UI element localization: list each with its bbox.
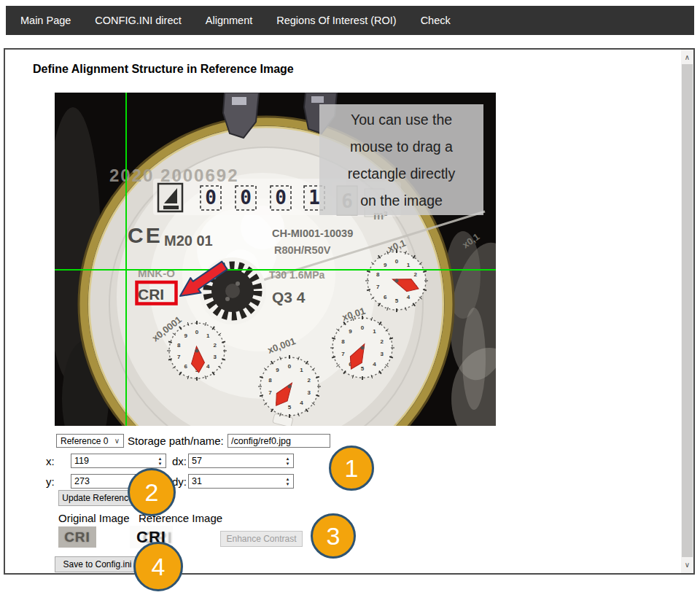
- svg-text:2: 2: [413, 271, 417, 278]
- scroll-down-button[interactable]: ∨: [681, 557, 693, 572]
- svg-text:3: 3: [214, 354, 217, 360]
- y-label: y:: [46, 475, 55, 488]
- storage-path-label: Storage path/name:: [128, 435, 224, 447]
- svg-text:1: 1: [373, 328, 376, 335]
- original-thumb-text: CRI: [64, 529, 90, 545]
- svg-text:0: 0: [361, 324, 365, 331]
- nav-check[interactable]: Check: [421, 15, 451, 26]
- reference-select[interactable]: Reference 0 ∨: [56, 434, 124, 448]
- spin-down-icon[interactable]: ▼: [286, 462, 290, 466]
- dx-label: dx:: [172, 455, 187, 467]
- nav-regions-of-interest[interactable]: Regions Of Interest (ROI): [276, 15, 396, 26]
- meter-approval: CH-MI001-10039: [272, 228, 353, 239]
- svg-text:8: 8: [177, 342, 181, 349]
- chevron-down-icon: ∨: [114, 437, 120, 445]
- callout-4-number: 4: [152, 553, 166, 581]
- enhance-contrast-button[interactable]: Enhance Contrast: [220, 531, 303, 547]
- vertical-scrollbar[interactable]: ∧ ∨: [681, 50, 693, 573]
- save-to-config-button[interactable]: Save to Config.ini: [55, 556, 140, 572]
- meter-serial: 2020 2000692: [109, 166, 239, 185]
- svg-text:3: 3: [307, 389, 311, 396]
- spin-up-icon[interactable]: ▲: [286, 456, 290, 461]
- reference-select-value: Reference 0: [61, 436, 108, 446]
- svg-text:1: 1: [407, 262, 411, 268]
- svg-text:2: 2: [380, 338, 384, 345]
- svg-text:5: 5: [288, 404, 292, 411]
- svg-text:5: 5: [361, 365, 365, 372]
- svg-text:3: 3: [380, 351, 384, 357]
- svg-text:6: 6: [384, 294, 387, 300]
- svg-text:7: 7: [177, 354, 181, 360]
- svg-text:2: 2: [307, 377, 311, 384]
- page-title: Define Alignment Structure in Reference …: [33, 63, 294, 76]
- svg-text:8: 8: [268, 377, 272, 384]
- svg-text:0: 0: [195, 329, 199, 335]
- nav-main-page[interactable]: Main Page: [20, 15, 71, 26]
- x-spinner[interactable]: ▲ ▼: [155, 454, 166, 467]
- scroll-up-icon: ∧: [685, 53, 690, 61]
- svg-text:0: 0: [395, 258, 399, 265]
- dx-input[interactable]: [188, 454, 294, 468]
- svg-text:4: 4: [373, 361, 376, 368]
- update-reference-button[interactable]: Update Reference: [58, 490, 137, 506]
- x-label: x:: [46, 455, 55, 467]
- counter-digit: 1: [308, 187, 320, 209]
- original-image-thumb: CRI: [58, 526, 96, 548]
- svg-text:1: 1: [206, 332, 210, 339]
- callout-1-number: 1: [345, 454, 359, 483]
- counter-digit: 0: [275, 187, 287, 209]
- dx-spinner[interactable]: ▲ ▼: [282, 454, 293, 467]
- svg-text:7: 7: [341, 351, 345, 357]
- x-field: ▲ ▼: [71, 454, 166, 468]
- dy-spinner[interactable]: ▲ ▼: [282, 475, 293, 488]
- callout-3-number: 3: [327, 522, 341, 551]
- dy-field: ▲ ▼: [188, 474, 294, 489]
- spin-up-icon[interactable]: ▲: [158, 456, 163, 461]
- spin-down-icon[interactable]: ▼: [158, 462, 163, 466]
- scroll-down-icon: ∨: [685, 561, 690, 569]
- svg-text:4: 4: [206, 363, 210, 370]
- meter-gear: [199, 257, 266, 324]
- meter-rating: T30 1.6MPa: [269, 269, 324, 281]
- svg-text:2: 2: [214, 342, 217, 349]
- svg-text:5: 5: [395, 298, 399, 304]
- meter-flow: Q3 4: [272, 289, 306, 306]
- spin-up-icon[interactable]: ▲: [286, 477, 290, 481]
- meter-model: M20 01: [164, 233, 213, 249]
- nav-config-ini-direct[interactable]: CONFIG.INI direct: [95, 15, 181, 26]
- svg-text:8: 8: [341, 338, 345, 345]
- svg-text:1: 1: [300, 367, 303, 373]
- top-nav: Main Page CONFIG.INI direct Alignment Re…: [6, 6, 694, 35]
- storage-path-input[interactable]: [228, 434, 330, 448]
- nav-alignment[interactable]: Alignment: [206, 15, 252, 26]
- dy-input[interactable]: [188, 474, 294, 489]
- svg-text:9: 9: [349, 328, 352, 335]
- meter-roi-text: CRI: [138, 286, 164, 303]
- reference-image[interactable]: 2020 2000692 0 0 0 1 6 m³: [55, 93, 496, 426]
- svg-text:0: 0: [288, 363, 292, 370]
- dx-field: ▲ ▼: [188, 454, 294, 468]
- svg-text:6: 6: [184, 363, 187, 370]
- callout-3: 3: [311, 513, 356, 559]
- svg-text:4: 4: [407, 294, 411, 300]
- counter-digit: 0: [240, 187, 252, 209]
- counter-digit: 0: [205, 187, 217, 209]
- callout-4: 4: [133, 542, 183, 591]
- callout-2: 2: [128, 468, 176, 516]
- spin-down-icon[interactable]: ▼: [286, 482, 290, 486]
- scroll-up-button[interactable]: ∧: [681, 50, 693, 64]
- scrollbar-thumb[interactable]: [682, 64, 693, 557]
- meter-class: R80H/R50V: [274, 244, 331, 256]
- original-image-label: Original Image: [58, 512, 130, 524]
- svg-text:9: 9: [184, 332, 187, 339]
- svg-text:7: 7: [376, 284, 380, 290]
- svg-text:9: 9: [276, 367, 279, 373]
- ce-mark: CE: [128, 223, 163, 247]
- callout-2-number: 2: [145, 478, 159, 507]
- meter-series: MNK-O: [138, 267, 175, 279]
- svg-text:4: 4: [300, 400, 303, 406]
- svg-text:8: 8: [376, 271, 380, 278]
- x-input[interactable]: [71, 454, 166, 468]
- svg-text:7: 7: [268, 389, 272, 396]
- svg-text:9: 9: [384, 262, 387, 268]
